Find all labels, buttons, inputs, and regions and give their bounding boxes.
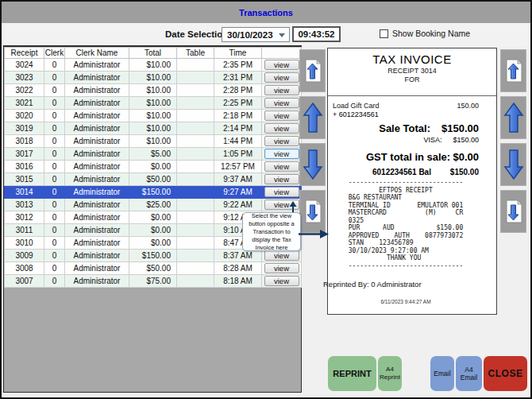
cell-total: $10.00 [129,84,177,97]
up-arrow-icon [303,102,323,134]
view-button[interactable]: view [264,136,299,146]
column-header[interactable]: Clerk [44,48,65,59]
scroll-down-button-left[interactable] [299,143,326,186]
table-row[interactable]: 30140Administrator$150.009:27 AMview [5,186,302,199]
transactions-table-body: 30240Administrator$10.002:35 PMview30230… [5,59,302,288]
invoice-balance-amount: $150.00 [450,167,479,177]
table-row[interactable]: 30180Administrator$10.001:44 PMview [5,135,302,148]
table-row[interactable]: 30220Administrator$10.002:28 PMview [5,84,302,97]
cell-time: 2:18 PM [214,110,262,122]
cell-receipt: 3023 [5,72,44,84]
table-row[interactable]: 30080Administrator$50.008:28 AMview [5,262,302,275]
column-header[interactable]: Time [214,48,262,59]
cell-total: $10.00 [129,110,177,122]
cell-table [177,250,214,262]
window-title: Transactions [239,8,293,17]
cell-clerk: 0 [44,224,65,237]
page-up-button-right[interactable] [500,49,526,92]
a4-email-button[interactable]: A4 Email [456,356,482,391]
cell-table [177,59,214,72]
view-button[interactable]: view [264,123,299,134]
table-row[interactable]: 30170Administrator$5.001:05 PMview [5,148,302,161]
view-button[interactable]: view [264,187,299,197]
title-bar: Transactions [2,2,530,23]
page-down-button-left[interactable] [299,190,326,233]
table-row[interactable]: 30070Administrator$75.008:18 AMview [5,275,302,288]
cell-clerk: 0 [44,211,65,224]
invoice-header: TAX INVOICE RECEIPT 3014 FOR [328,48,496,96]
reprint-button[interactable]: REPRINT [328,356,376,391]
cell-table [177,72,214,84]
view-button[interactable]: view [264,98,299,108]
page-up-button-left[interactable] [299,49,326,92]
show-booking-name-checkbox[interactable]: Show Booking Name [380,29,470,38]
cell-time: 2:28 PM [214,84,262,97]
cell-table [177,161,214,173]
tax-invoice-panel: TAX INVOICE RECEIPT 3014 FOR Load Gift C… [327,48,497,315]
view-button[interactable]: view [264,60,299,70]
cell-total: $50.00 [129,173,177,186]
email-button[interactable]: Email [430,356,454,391]
view-button[interactable]: view [264,174,299,184]
page-down-button-right[interactable] [500,190,526,233]
table-row[interactable]: 30200Administrator$10.002:18 PMview [5,110,302,122]
cell-clerk: 0 [44,59,65,72]
view-button[interactable]: view [264,250,299,261]
cell-clerk_name: Administrator [65,173,129,186]
view-button[interactable]: view [264,276,299,286]
cell-total: $50.00 [129,262,177,275]
cell-clerk: 0 [44,262,65,275]
a4-reprint-button[interactable]: A4 Reprint [378,356,402,391]
table-row[interactable]: 30240Administrator$10.002:35 PMview [5,59,302,72]
cell-total: $10.00 [129,135,177,148]
cell-clerk_name: Administrator [65,84,129,97]
column-header[interactable]: Receipt [5,48,44,59]
view-button[interactable]: view [264,85,299,95]
view-button[interactable]: view [264,263,299,273]
table-row[interactable]: 30190Administrator$10.002:14 PMview [5,122,302,135]
cell-time: 9:37 AM [214,173,262,186]
cell-receipt: 3020 [5,110,44,122]
table-row[interactable]: 30210Administrator$10.002:25 PMview [5,97,302,110]
table-row[interactable]: 30230Administrator$10.002:31 PMview [5,72,302,84]
view-button[interactable]: view [264,72,299,83]
scroll-up-button-right[interactable] [500,96,526,139]
cell-time: 2:35 PM [214,59,262,72]
cell-clerk: 0 [44,84,65,97]
cell-clerk: 0 [44,97,65,110]
cell-clerk: 0 [44,250,65,262]
scroll-up-button-left[interactable] [299,96,326,139]
date-toolbar: Date Selection 30/10/2023 09:43:52 Show … [2,23,530,46]
cell-total: $10.00 [129,122,177,135]
cell-receipt: 3009 [5,250,44,262]
view-button[interactable]: view [264,149,299,159]
scroll-down-button-right[interactable] [500,143,526,186]
transactions-table-head: ReceiptClerkClerk NameTotalTableTime [5,48,302,59]
cell-table [177,237,214,250]
table-row[interactable]: 30130Administrator$25.009:22 AMview [5,199,302,211]
cell-table [177,135,214,148]
cell-clerk_name: Administrator [65,186,129,199]
date-dropdown-value: 30/10/2023 [227,30,273,40]
invoice-visa-amount: $150.00 [453,135,479,145]
column-header[interactable]: Table [177,48,214,59]
close-button[interactable]: CLOSE [484,356,527,391]
cell-clerk_name: Administrator [65,211,129,224]
checkbox-icon[interactable] [380,29,388,38]
cell-receipt: 3011 [5,224,44,237]
invoice-item-amount: 150.00 [457,102,479,110]
column-header[interactable]: Clerk Name [65,48,129,59]
cell-clerk: 0 [44,148,65,161]
view-button[interactable]: view [264,161,299,172]
table-row[interactable]: 30160Administrator$0.0012:57 PMview [5,161,302,173]
cell-table [177,199,214,211]
view-button[interactable]: view [264,110,299,121]
column-header[interactable] [262,48,302,59]
cell-time: 2:31 PM [214,72,262,84]
date-dropdown[interactable]: 30/10/2023 [222,27,290,42]
cell-receipt: 3013 [5,199,44,211]
column-header[interactable]: Total [129,48,177,59]
table-row[interactable]: 30150Administrator$50.009:37 AMview [5,173,302,186]
cell-clerk_name: Administrator [65,224,129,237]
cell-receipt: 3012 [5,211,44,224]
